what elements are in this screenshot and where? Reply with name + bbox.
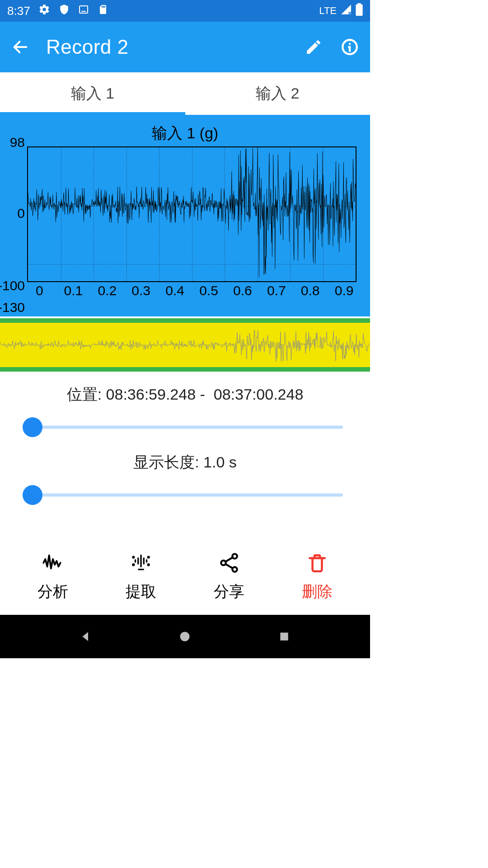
play-protect-icon [58, 4, 70, 19]
slider-thumb[interactable] [23, 417, 42, 437]
svg-rect-2 [357, 3, 361, 5]
pencil-icon [305, 38, 323, 56]
nav-recent[interactable] [273, 626, 295, 647]
extract-icon [130, 552, 152, 574]
overview-strip[interactable] [0, 318, 370, 372]
delete-button[interactable]: 删除 [273, 552, 361, 602]
chart-box: 98 0 -100 -130 00.10.20.30.40.50.60.70.8… [27, 146, 357, 298]
x-tick: 0.7 [259, 283, 293, 298]
x-axis-labels: 00.10.20.30.40.50.60.70.80.9 [23, 283, 361, 298]
svg-point-10 [232, 567, 237, 571]
keyboard-icon [78, 4, 89, 18]
x-tick: 0.8 [293, 283, 327, 298]
network-type: LTE [319, 5, 337, 17]
status-bar: 8:37 LTE [0, 0, 370, 22]
back-button[interactable] [9, 36, 32, 58]
extract-button[interactable]: 提取 [97, 552, 185, 602]
action-label: 删除 [302, 581, 333, 602]
share-icon [218, 552, 240, 574]
android-nav-bar [0, 615, 370, 658]
page-title: Record 2 [46, 36, 129, 58]
settings-gear-icon [38, 4, 50, 19]
length-label: 显示长度: 1.0 s [18, 452, 352, 473]
edit-button[interactable] [302, 36, 325, 58]
y-tick: -130 [0, 300, 25, 315]
nav-home[interactable] [174, 626, 196, 647]
action-row: 分析 提取 分享 删除 [0, 538, 370, 615]
info-icon [340, 38, 359, 57]
x-tick: 0.3 [124, 283, 158, 298]
action-label: 分享 [214, 581, 244, 602]
y-axis-labels: 98 0 -100 -130 [0, 139, 25, 307]
controls-section: 位置: 08:36:59.248 - 08:37:00.248 显示长度: 1.… [0, 372, 370, 524]
x-tick: 0.5 [192, 283, 226, 298]
share-button[interactable]: 分享 [185, 552, 273, 602]
svg-point-11 [180, 632, 190, 642]
action-label: 提取 [126, 581, 156, 602]
position-label: 位置: 08:36:59.248 - 08:37:00.248 [18, 384, 352, 405]
svg-rect-1 [356, 4, 362, 15]
signal-icon [340, 4, 352, 19]
battery-icon [356, 3, 363, 19]
y-tick: -100 [0, 278, 25, 293]
status-time: 8:37 [7, 4, 30, 18]
x-tick: 0.9 [327, 283, 361, 298]
tab-input-1[interactable]: 输入 1 [0, 72, 185, 115]
x-tick: 0 [23, 283, 56, 298]
y-tick: 0 [17, 206, 25, 221]
tabs: 输入 1 输入 2 [0, 72, 370, 115]
chart-title: 输入 1 (g) [0, 123, 370, 144]
tab-label: 输入 1 [71, 83, 114, 104]
length-slider[interactable] [23, 483, 347, 507]
tab-label: 输入 2 [256, 83, 299, 104]
overview-waveform-icon [0, 323, 370, 367]
svg-point-6 [133, 564, 134, 566]
svg-rect-12 [280, 632, 288, 640]
chart-plot[interactable] [27, 146, 357, 282]
chart-area: 输入 1 (g) 98 0 -100 -130 00.10.20.30.40.5… [0, 115, 370, 316]
svg-point-7 [148, 564, 149, 566]
svg-point-9 [221, 561, 225, 565]
svg-point-8 [232, 554, 237, 558]
app-bar: Record 2 [0, 22, 370, 72]
info-button[interactable] [338, 36, 361, 58]
tab-input-2[interactable]: 输入 2 [185, 72, 371, 115]
sd-card-icon [97, 4, 108, 18]
slider-thumb[interactable] [23, 485, 42, 505]
x-tick: 0.2 [90, 283, 124, 298]
x-tick: 0.4 [158, 283, 192, 298]
nav-back[interactable] [75, 626, 97, 647]
svg-point-4 [133, 557, 134, 558]
trash-icon [306, 552, 328, 574]
action-label: 分析 [38, 581, 68, 602]
slider-track [31, 426, 343, 429]
position-slider[interactable] [23, 415, 347, 439]
svg-point-5 [148, 557, 149, 558]
waveform-icon [42, 552, 64, 574]
y-tick: 98 [10, 135, 25, 150]
x-tick: 0.1 [56, 283, 90, 298]
slider-track [31, 494, 343, 497]
arrow-left-icon [11, 38, 29, 56]
analyze-button[interactable]: 分析 [9, 552, 97, 602]
svg-rect-0 [80, 6, 88, 13]
x-tick: 0.6 [225, 283, 259, 298]
